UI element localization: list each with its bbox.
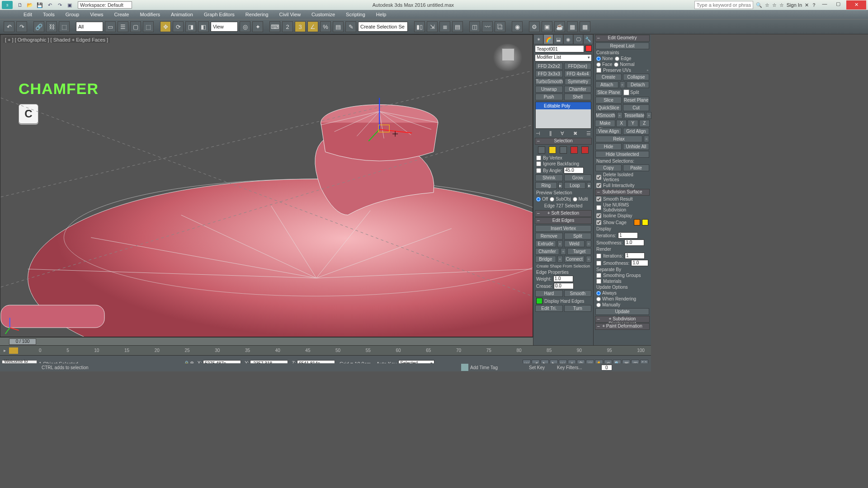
attach-settings[interactable]: ▫ xyxy=(620,81,625,88)
setkey-button[interactable]: Set Key xyxy=(529,365,545,370)
slice-plane-button[interactable]: Slice Plane xyxy=(595,89,622,96)
tessellate-button[interactable]: Tessellate xyxy=(624,112,645,119)
render-iterative-button[interactable]: ▦ xyxy=(567,21,578,32)
update-button[interactable]: Update xyxy=(595,308,649,315)
shrink-button[interactable]: Shrink xyxy=(535,174,563,181)
iterations-spinner[interactable]: 1 xyxy=(618,232,638,239)
mod-symmetry[interactable]: Symmetry xyxy=(565,78,591,85)
weld-settings[interactable]: ▫ xyxy=(586,240,591,247)
tab-utilities[interactable]: 🔧 xyxy=(583,34,593,44)
layer-explorer-button[interactable]: ▤ xyxy=(452,21,463,32)
snap-3d-button[interactable]: 3 xyxy=(295,21,306,32)
move-button[interactable]: ✥ xyxy=(160,21,171,32)
subobj-element[interactable] xyxy=(581,146,589,154)
detach-button[interactable]: Detach xyxy=(627,81,650,88)
menu-edit[interactable]: Edit xyxy=(18,10,38,19)
bridge-settings[interactable]: ▫ xyxy=(557,256,563,263)
menu-customize[interactable]: Customize xyxy=(306,10,340,19)
repeat-last-button[interactable]: Repeat Last xyxy=(595,42,649,49)
constraint-edge[interactable]: Edge xyxy=(615,56,631,61)
connect-button[interactable]: Connect xyxy=(564,256,585,263)
planar-y[interactable]: Y xyxy=(627,120,638,127)
loop-spinner[interactable]: ▸ xyxy=(587,182,591,189)
connect-settings[interactable]: ▫ xyxy=(586,256,591,263)
smooth-button[interactable]: Smooth xyxy=(564,290,592,297)
menu-tools[interactable]: Tools xyxy=(38,10,60,19)
subobj-border[interactable] xyxy=(560,146,567,154)
star-icon[interactable]: ☆ xyxy=(765,2,769,8)
menu-grapheditors[interactable]: Graph Editors xyxy=(198,10,240,19)
render-iter-checkbox[interactable] xyxy=(596,253,601,258)
weld-button[interactable]: Weld xyxy=(564,240,585,247)
material-editor-button[interactable]: ◉ xyxy=(512,21,523,32)
ribbon-button[interactable]: ◫ xyxy=(469,21,480,32)
tab-motion[interactable]: ◉ xyxy=(563,34,573,44)
mod-push[interactable]: Push xyxy=(535,94,563,100)
chamfer-settings[interactable]: ▫ xyxy=(561,248,566,255)
time-slider[interactable]: 0 / 100 xyxy=(0,337,533,345)
isoline-checkbox[interactable]: Isoline Display xyxy=(594,213,651,219)
menu-help[interactable]: Help xyxy=(371,10,392,19)
planar-x[interactable]: X xyxy=(616,120,627,127)
msmooth-button[interactable]: MSmooth xyxy=(595,112,616,119)
mod-ffd222[interactable]: FFD 2x2x2 xyxy=(535,63,563,70)
loop-button[interactable]: Loop xyxy=(564,182,586,189)
update-rendering-radio[interactable]: When Rendering xyxy=(596,296,636,301)
star-icon[interactable]: ☆ xyxy=(779,2,784,8)
attach-button[interactable]: Attach xyxy=(595,81,618,88)
reset-plane-button[interactable]: Reset Plane xyxy=(623,97,649,103)
schematic-button[interactable]: ⿻ xyxy=(495,21,505,32)
mod-chamfer[interactable]: Chamfer xyxy=(564,86,592,93)
by-angle-checkbox[interactable] xyxy=(536,168,541,173)
preview-subobj-radio[interactable]: SubObj xyxy=(550,197,571,202)
planar-z[interactable]: Z xyxy=(639,120,650,127)
tess-settings[interactable]: ▫ xyxy=(646,112,651,119)
mod-shell[interactable]: Shell xyxy=(564,94,592,100)
msmooth-settings[interactable]: ▫ xyxy=(617,112,623,119)
save-icon[interactable]: 💾 xyxy=(36,1,43,9)
cut-button[interactable]: Cut xyxy=(623,104,649,111)
menu-animation[interactable]: Animation xyxy=(165,10,198,19)
tab-create[interactable]: ✶ xyxy=(533,34,543,44)
rect-select-button[interactable]: ▢ xyxy=(130,21,141,32)
help-icon[interactable]: ？ xyxy=(811,2,816,9)
turn-button[interactable]: Turn xyxy=(564,305,592,312)
hide-unselected-button[interactable]: Hide Unselected xyxy=(595,151,649,158)
edit-tri-button[interactable]: Edit Tri. xyxy=(535,305,563,312)
keyfilters-button[interactable]: Key Filters... xyxy=(557,365,582,370)
weight-spinner[interactable]: 1.0 xyxy=(553,276,573,282)
preview-multi-radio[interactable]: Multi xyxy=(573,197,588,202)
split-button[interactable]: Split xyxy=(564,233,592,239)
bridge-button[interactable]: Bridge xyxy=(535,256,556,263)
make-planar-button[interactable]: Make Planar xyxy=(595,120,615,127)
rollout-edit-geometry[interactable]: Edit Geometry xyxy=(595,35,650,42)
show-cage-checkbox[interactable] xyxy=(596,220,601,225)
constraint-face[interactable]: Face xyxy=(596,62,612,67)
undo-button[interactable]: ↶ xyxy=(4,21,14,32)
preserve-uvs-checkbox[interactable]: Preserve UVs▫ xyxy=(594,67,651,73)
slice-button[interactable]: Slice xyxy=(595,97,622,103)
redo-button[interactable]: ↷ xyxy=(16,21,27,32)
subobj-vertex[interactable] xyxy=(538,146,545,154)
cage-color-1[interactable] xyxy=(634,219,640,225)
make-unique-icon[interactable]: ∀ xyxy=(561,131,564,136)
curve-editor-button[interactable]: 〰 xyxy=(482,21,493,32)
mod-ffdbox[interactable]: FFD(box) xyxy=(564,63,592,70)
minimize-button[interactable]: — xyxy=(819,1,830,9)
subobj-polygon[interactable] xyxy=(571,146,578,154)
selection-filter-combo[interactable]: All xyxy=(76,22,103,32)
create-shape-label[interactable]: Create Shape From Selection xyxy=(533,263,593,269)
trackbar-toggle-icon[interactable]: ▸ xyxy=(0,348,9,353)
remove-mod-icon[interactable]: ✖ xyxy=(573,131,577,136)
delete-isolated-checkbox[interactable]: Delete Isolated Vertices xyxy=(594,172,651,183)
new-icon[interactable]: 🗋 xyxy=(16,1,24,9)
maximize-button[interactable]: ▢ xyxy=(833,1,844,9)
render-iter-spinner[interactable]: 1 xyxy=(625,253,645,259)
rollout-paint-deform[interactable]: + Paint Deformation xyxy=(595,323,650,330)
infocenter-icon[interactable]: 🔍 xyxy=(756,2,762,8)
collapse-button[interactable]: Collapse xyxy=(623,74,649,80)
crease-spinner[interactable]: 0.0 xyxy=(554,283,574,289)
menu-rendering[interactable]: Rendering xyxy=(240,10,274,19)
tab-hierarchy[interactable]: ⬓ xyxy=(553,34,563,44)
nurms-checkbox[interactable]: Use NURMS Subdivision xyxy=(594,202,651,213)
